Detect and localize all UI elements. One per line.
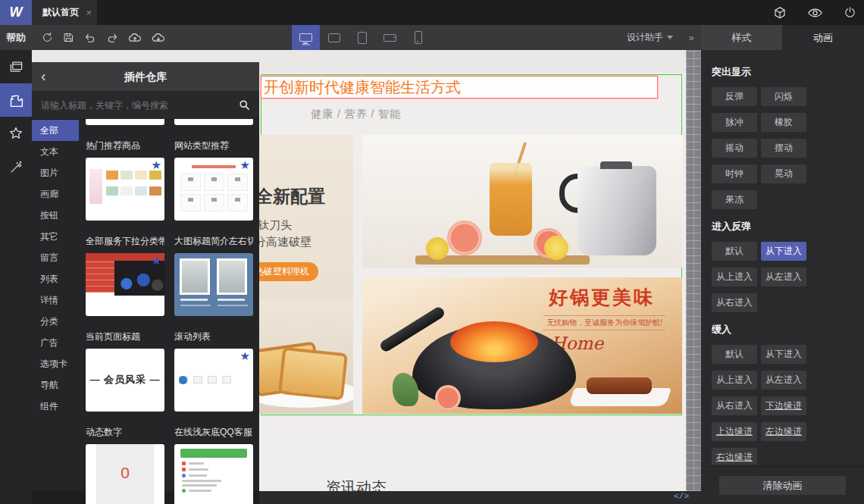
card-title: 在线浅灰底QQ客服: [174, 426, 253, 439]
card-title: 全部服务下拉分类带...: [86, 235, 164, 248]
site-page[interactable]: 开创新时代健康智能生活方式 健康 / 营养 / 智能 全新配置 钛刀头 分高速破…: [259, 73, 686, 491]
app-logo[interactable]: W: [0, 0, 32, 25]
preview-eye-icon[interactable]: [808, 8, 822, 18]
partial-card[interactable]: [174, 119, 253, 125]
animation-button[interactable]: 从左进入: [761, 371, 806, 390]
category-item-图片[interactable]: 图片: [32, 162, 79, 183]
plugin-card-gallery-switch[interactable]: [174, 253, 253, 316]
category-item-按钮[interactable]: 按钮: [32, 205, 79, 226]
animation-section-title: 缓入: [712, 323, 855, 337]
device-tablet-portrait-button[interactable]: [348, 25, 376, 50]
animation-button[interactable]: 从左进入: [761, 268, 806, 286]
collapse-panel-button[interactable]: »: [689, 25, 694, 50]
plugin-card-site-types[interactable]: ★: [174, 158, 253, 221]
animation-button[interactable]: 默认: [712, 345, 757, 364]
back-arrow-icon[interactable]: ‹: [41, 62, 46, 89]
banner-line1: 钛刀头: [259, 218, 292, 233]
sidebar-item-tools-wand[interactable]: [0, 150, 32, 183]
canvas-vertical-scrollbar[interactable]: [686, 50, 701, 491]
search-icon[interactable]: [239, 99, 250, 114]
animation-button[interactable]: 橡胶: [761, 113, 806, 132]
category-item-选项卡[interactable]: 选项卡: [32, 353, 79, 374]
animation-button[interactable]: 时钟: [712, 164, 757, 183]
cloud-upload-icon[interactable]: [128, 33, 142, 43]
animation-button[interactable]: 从右进入: [712, 396, 757, 415]
animation-button[interactable]: 摇动: [712, 139, 757, 158]
animation-button[interactable]: 左边缘进: [761, 422, 806, 441]
animation-button[interactable]: 摆动: [761, 139, 806, 158]
animation-button[interactable]: 晃动: [761, 164, 806, 183]
device-tablet-landscape-button[interactable]: [320, 25, 348, 50]
sidebar-item-pages[interactable]: [0, 50, 32, 83]
plugin-search-input[interactable]: [32, 91, 259, 119]
category-item-组件[interactable]: 组件: [32, 396, 79, 417]
animation-button[interactable]: 从下进入: [761, 242, 806, 261]
page-tab[interactable]: 默认首页 ×: [32, 0, 97, 25]
selected-heading-block[interactable]: 开创新时代健康智能生活方式: [261, 76, 658, 99]
animation-button[interactable]: 下边缘进: [761, 396, 806, 415]
card-preview-text: — 会员风采 —: [86, 373, 164, 387]
source-code-icon[interactable]: </>: [674, 492, 689, 501]
animation-button[interactable]: 从上进入: [712, 371, 757, 390]
subheading-text[interactable]: 健康 / 营养 / 智能: [311, 108, 401, 121]
animation-button[interactable]: 从下进入: [761, 345, 806, 364]
redo-icon[interactable]: [106, 33, 118, 43]
help-button[interactable]: 帮助: [6, 25, 26, 50]
save-icon[interactable]: [63, 32, 74, 43]
device-phone-landscape-button[interactable]: [376, 25, 404, 50]
tab-style[interactable]: 样式: [701, 25, 782, 50]
plugin-card-dynamic-number[interactable]: 0: [86, 444, 164, 504]
category-item-画廊[interactable]: 画廊: [32, 183, 79, 205]
banner-left-block[interactable]: 全新配置 钛刀头 分高速破壁 热破壁料理机: [259, 135, 353, 414]
plugin-card-dropdown-nav[interactable]: ★: [86, 253, 164, 316]
category-item-全部[interactable]: 全部: [32, 120, 79, 141]
animation-button[interactable]: 反弹: [712, 87, 757, 106]
animation-button[interactable]: 脉冲: [712, 113, 757, 132]
sidebar-item-plugins[interactable]: [0, 83, 32, 117]
plugin-card-hot-products[interactable]: ★: [86, 158, 164, 221]
clear-animation-button[interactable]: 清除动画: [719, 476, 846, 495]
plugin-card-qq-service[interactable]: [174, 444, 253, 504]
category-item-分类[interactable]: 分类: [32, 311, 79, 332]
sidebar-item-favorites[interactable]: [0, 117, 32, 150]
favorite-star-icon[interactable]: ★: [152, 159, 161, 171]
category-item-文本[interactable]: 文本: [32, 141, 79, 162]
category-item-列表[interactable]: 列表: [32, 268, 79, 290]
close-tab-icon[interactable]: ×: [86, 0, 92, 25]
favorite-star-icon[interactable]: ★: [240, 159, 250, 171]
toolbar: 帮助: [0, 25, 864, 50]
plugin-card-scroll-list[interactable]: ★: [174, 349, 253, 412]
refresh-icon[interactable]: [42, 32, 53, 43]
animation-button[interactable]: 上边缘进: [712, 422, 757, 441]
favorite-star-icon[interactable]: ★: [240, 350, 250, 362]
category-item-其它[interactable]: 其它: [32, 226, 79, 247]
card-title: 大图标题简介左右切...: [174, 235, 253, 248]
device-desktop-button[interactable]: [292, 25, 320, 50]
preview-3d-cube-icon[interactable]: [773, 6, 787, 20]
news-section-heading[interactable]: 资讯动态: [326, 477, 387, 491]
partial-card[interactable]: [86, 119, 164, 125]
animation-button[interactable]: 从右进入: [712, 293, 757, 312]
animation-button[interactable]: 从上进入: [712, 268, 757, 286]
category-item-导航[interactable]: 导航: [32, 374, 79, 396]
category-item-广告[interactable]: 广告: [32, 332, 79, 353]
device-phone-portrait-button[interactable]: [404, 25, 432, 50]
animation-button[interactable]: 默认: [712, 242, 757, 261]
plugin-card-page-title[interactable]: — 会员风采 —: [86, 349, 164, 412]
power-exit-icon[interactable]: [844, 6, 856, 19]
card-preview-number: 0: [86, 464, 164, 482]
cloud-download-icon[interactable]: [152, 33, 165, 43]
favorite-star-icon[interactable]: ★: [152, 255, 161, 266]
wok-banner-block[interactable]: 好锅更美味 无忧购物，至诚服务为你保驾护航! Warm Home: [362, 277, 682, 414]
category-item-详情[interactable]: 详情: [32, 290, 79, 311]
banner-button[interactable]: 热破壁料理机: [259, 262, 318, 281]
category-item-留言[interactable]: 留言: [32, 247, 79, 268]
tab-animation[interactable]: 动画: [782, 25, 864, 50]
design-assistant-dropdown[interactable]: 设计助手: [627, 25, 673, 50]
animation-button[interactable]: 闪烁: [761, 87, 806, 106]
animation-button[interactable]: 右边缘进: [712, 448, 757, 465]
undo-icon[interactable]: [84, 33, 96, 43]
kettle-photo-block[interactable]: [362, 135, 682, 268]
animation-button[interactable]: 果冻: [712, 190, 757, 209]
wok-subtitle: 无忧购物，至诚服务为你保驾护航!: [543, 315, 665, 330]
